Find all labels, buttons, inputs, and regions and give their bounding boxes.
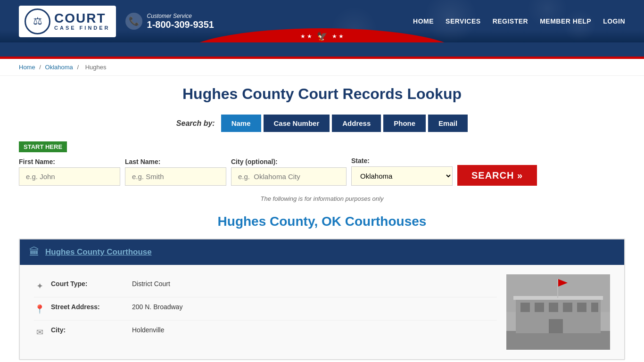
logo-emblem bbox=[25, 8, 50, 34]
city-input[interactable] bbox=[231, 167, 347, 186]
start-here-badge: START HERE bbox=[19, 141, 67, 152]
last-name-label: Last Name: bbox=[125, 158, 226, 165]
state-label: State: bbox=[351, 157, 453, 165]
courthouse-icon: 🏛 bbox=[29, 246, 40, 258]
svg-rect-6 bbox=[549, 303, 558, 312]
courthouse-image bbox=[506, 274, 610, 350]
breadcrumb-home[interactable]: Home bbox=[19, 64, 35, 71]
courthouse-body: ✦ Court Type: District Court 📍 Street Ad… bbox=[20, 265, 624, 359]
search-by-row: Search by: Name Case Number Address Phon… bbox=[19, 115, 625, 132]
phone-icon: 📞 bbox=[125, 13, 142, 30]
state-select[interactable]: Oklahoma bbox=[351, 166, 453, 186]
address-icon: 📍 bbox=[34, 304, 45, 314]
court-type-icon: ✦ bbox=[34, 281, 45, 291]
red-arch-container: ★ ★ 🦅 ★ ★ bbox=[0, 42, 644, 57]
customer-service: 📞 Customer Service 1-800-309-9351 bbox=[125, 13, 214, 30]
svg-rect-5 bbox=[535, 303, 544, 312]
last-name-input[interactable] bbox=[125, 167, 226, 186]
svg-rect-2 bbox=[506, 331, 610, 350]
courthouse-header: 🏛 Hughes County Courthouse bbox=[20, 239, 624, 265]
detail-row-court-type: ✦ Court Type: District Court bbox=[34, 274, 497, 297]
breadcrumb-sep2: / bbox=[77, 64, 80, 71]
tab-email[interactable]: Email bbox=[428, 115, 468, 132]
city-icon: ✉ bbox=[34, 327, 45, 337]
detail-row-address: 📍 Street Address: 200 N. Broadway bbox=[34, 297, 497, 321]
tab-address[interactable]: Address bbox=[332, 115, 381, 132]
detail-row-city: ✉ City: Holdenville bbox=[34, 321, 497, 343]
nav-services[interactable]: SERVICES bbox=[446, 17, 481, 25]
nav-member-help[interactable]: MEMBER HELP bbox=[540, 17, 591, 25]
breadcrumb-county: Hughes bbox=[85, 64, 107, 71]
court-type-value: District Court bbox=[132, 280, 170, 288]
address-label: Street Address: bbox=[51, 303, 126, 311]
tab-phone[interactable]: Phone bbox=[383, 115, 426, 132]
courthouse-card: 🏛 Hughes County Courthouse ✦ Court Type:… bbox=[19, 239, 625, 360]
nav-home[interactable]: HOME bbox=[413, 17, 434, 25]
eagle-stars: ★ ★ 🦅 ★ ★ bbox=[300, 31, 344, 41]
courthouse-name-link[interactable]: Hughes County Courthouse bbox=[45, 247, 152, 257]
courthouses-title: Hughes County, OK Courthouses bbox=[19, 214, 625, 229]
address-value: 200 N. Broadway bbox=[132, 303, 182, 311]
first-name-label: First Name: bbox=[19, 158, 120, 165]
svg-rect-8 bbox=[577, 303, 586, 312]
breadcrumb: Home / Oklahoma / Hughes bbox=[0, 59, 644, 76]
svg-rect-7 bbox=[563, 303, 572, 312]
svg-rect-4 bbox=[520, 303, 530, 312]
customer-service-label: Customer Service bbox=[147, 13, 214, 19]
logo-court-text: COURT bbox=[54, 12, 110, 25]
search-by-label: Search by: bbox=[176, 119, 215, 128]
logo-case-finder-text: CASE FINDER bbox=[54, 25, 110, 31]
page-title: Hughes County Court Records Lookup bbox=[19, 85, 625, 103]
first-name-input[interactable] bbox=[19, 167, 120, 186]
breadcrumb-state[interactable]: Oklahoma bbox=[45, 64, 73, 71]
search-button[interactable]: SEARCH » bbox=[457, 165, 537, 186]
first-name-group: First Name: bbox=[19, 158, 120, 186]
last-name-group: Last Name: bbox=[125, 158, 226, 186]
svg-rect-10 bbox=[549, 319, 563, 333]
svg-rect-12 bbox=[557, 279, 558, 298]
info-note: The following is for information purpose… bbox=[19, 195, 625, 202]
city-detail-value: Holdenville bbox=[132, 326, 164, 334]
svg-rect-9 bbox=[591, 303, 598, 312]
breadcrumb-sep1: / bbox=[39, 64, 42, 71]
customer-service-phone: 1-800-309-9351 bbox=[147, 19, 214, 30]
court-type-label: Court Type: bbox=[51, 280, 126, 288]
main-content: Hughes County Court Records Lookup Searc… bbox=[0, 76, 644, 362]
city-detail-label: City: bbox=[51, 326, 126, 334]
tab-case-number[interactable]: Case Number bbox=[264, 115, 330, 132]
city-group: City (optional): bbox=[231, 158, 347, 186]
nav-login[interactable]: LOGIN bbox=[603, 17, 625, 25]
main-nav: HOME SERVICES REGISTER MEMBER HELP LOGIN bbox=[413, 17, 625, 25]
search-form: First Name: Last Name: City (optional): … bbox=[19, 157, 625, 186]
city-label: City (optional): bbox=[231, 158, 347, 165]
logo[interactable]: COURT CASE FINDER bbox=[19, 6, 116, 37]
tab-name[interactable]: Name bbox=[221, 115, 261, 132]
state-group: State: Oklahoma bbox=[351, 157, 453, 186]
nav-register[interactable]: REGISTER bbox=[493, 17, 528, 25]
courthouse-details: ✦ Court Type: District Court 📍 Street Ad… bbox=[34, 274, 497, 350]
